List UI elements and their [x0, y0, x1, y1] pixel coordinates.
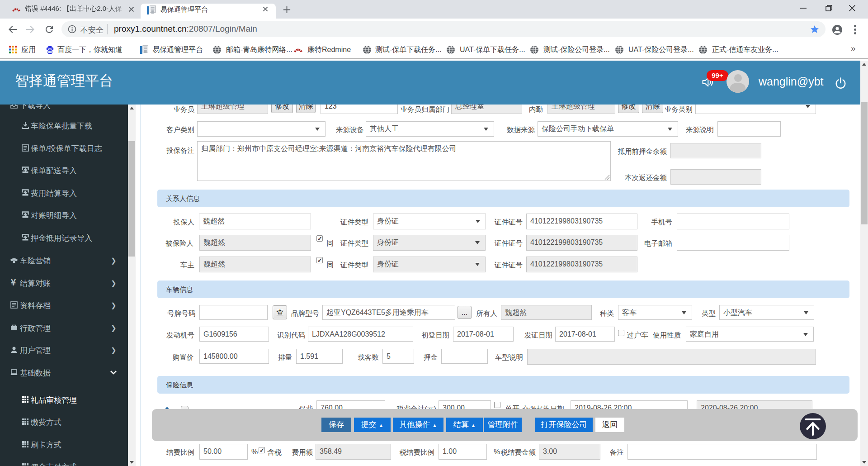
- svg-text:du: du: [48, 50, 52, 53]
